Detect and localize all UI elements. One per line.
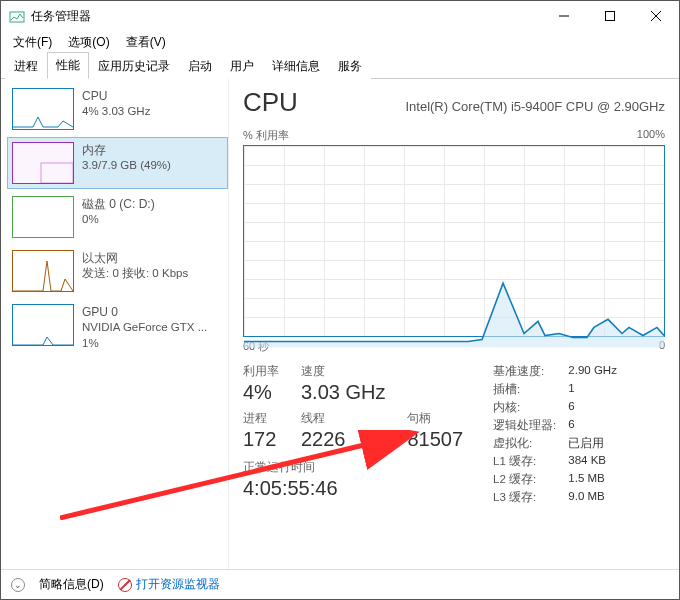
virtualization-value: 已启用 <box>568 436 617 451</box>
sidebar-item-cpu[interactable]: CPU4% 3.03 GHz <box>7 83 228 135</box>
sidebar-eth-sub: 发送: 0 接收: 0 Kbps <box>82 266 188 282</box>
tab-performance[interactable]: 性能 <box>47 52 89 79</box>
handles-label: 句柄 <box>407 411 463 426</box>
processes-label: 进程 <box>243 411 279 426</box>
base-speed-label: 基准速度: <box>493 364 556 379</box>
tab-services[interactable]: 服务 <box>329 53 371 79</box>
cpu-thumb-icon <box>12 88 74 130</box>
resource-monitor-icon <box>118 578 132 592</box>
tab-users[interactable]: 用户 <box>221 53 263 79</box>
speed-label: 速度 <box>301 364 385 379</box>
menu-file[interactable]: 文件(F) <box>5 32 60 53</box>
minimize-button[interactable] <box>541 1 587 31</box>
cores-value: 6 <box>568 400 617 415</box>
chart-label-top-right: 100% <box>637 128 665 143</box>
sidebar-mem-sub: 3.9/7.9 GB (49%) <box>82 158 171 174</box>
l3-cache-label: L3 缓存: <box>493 490 556 505</box>
logical-processors-label: 逻辑处理器: <box>493 418 556 433</box>
sidebar-gpu-sub1: NVIDIA GeForce GTX ... <box>82 320 207 336</box>
tab-app-history[interactable]: 应用历史记录 <box>89 53 179 79</box>
sidebar-item-gpu[interactable]: GPU 0NVIDIA GeForce GTX ...1% <box>7 299 228 356</box>
svg-rect-6 <box>13 143 73 183</box>
uptime-value: 4:05:55:46 <box>243 475 463 501</box>
l2-cache-value: 1.5 MB <box>568 472 617 487</box>
sidebar-gpu-sub2: 1% <box>82 336 207 352</box>
l2-cache-label: L2 缓存: <box>493 472 556 487</box>
util-value: 4% <box>243 379 279 405</box>
close-button[interactable] <box>633 1 679 31</box>
ethernet-thumb-icon <box>12 250 74 292</box>
memory-thumb-icon <box>12 142 74 184</box>
sockets-label: 插槽: <box>493 382 556 397</box>
chart-label-top-left: % 利用率 <box>243 128 289 143</box>
base-speed-value: 2.90 GHz <box>568 364 617 379</box>
cpu-utilization-chart <box>243 145 665 337</box>
sockets-value: 1 <box>568 382 617 397</box>
svg-rect-2 <box>606 12 615 21</box>
sidebar: CPU4% 3.03 GHz 内存3.9/7.9 GB (49%) 磁盘 0 (… <box>1 79 229 569</box>
l3-cache-value: 9.0 MB <box>568 490 617 505</box>
chevron-down-icon[interactable]: ⌄ <box>11 578 25 592</box>
logical-processors-value: 6 <box>568 418 617 433</box>
speed-value: 3.03 GHz <box>301 379 385 405</box>
sidebar-mem-title: 内存 <box>82 142 171 158</box>
cpu-heading: CPU <box>243 87 298 118</box>
cpu-model: Intel(R) Core(TM) i5-9400F CPU @ 2.90GHz <box>312 99 665 114</box>
sidebar-disk-sub: 0% <box>82 212 155 228</box>
handles-value: 81507 <box>407 426 463 452</box>
sidebar-cpu-title: CPU <box>82 88 150 104</box>
resource-monitor-label: 打开资源监视器 <box>136 576 220 593</box>
sidebar-item-disk[interactable]: 磁盘 0 (C: D:)0% <box>7 191 228 243</box>
l1-cache-value: 384 KB <box>568 454 617 469</box>
tab-startup[interactable]: 启动 <box>179 53 221 79</box>
menu-options[interactable]: 选项(O) <box>60 32 117 53</box>
cores-label: 内核: <box>493 400 556 415</box>
tab-processes[interactable]: 进程 <box>5 53 47 79</box>
sidebar-gpu-title: GPU 0 <box>82 304 207 320</box>
window-title: 任务管理器 <box>31 8 91 25</box>
threads-value: 2226 <box>301 426 385 452</box>
tab-details[interactable]: 详细信息 <box>263 53 329 79</box>
processes-value: 172 <box>243 426 279 452</box>
sidebar-cpu-sub: 4% 3.03 GHz <box>82 104 150 120</box>
l1-cache-label: L1 缓存: <box>493 454 556 469</box>
threads-label: 线程 <box>301 411 385 426</box>
menu-view[interactable]: 查看(V) <box>118 32 174 53</box>
fewer-details-link[interactable]: 简略信息(D) <box>39 576 104 593</box>
sidebar-disk-title: 磁盘 0 (C: D:) <box>82 196 155 212</box>
uptime-label: 正常运行时间 <box>243 460 463 475</box>
util-label: 利用率 <box>243 364 279 379</box>
open-resource-monitor-link[interactable]: 打开资源监视器 <box>118 576 220 593</box>
app-icon <box>9 8 25 24</box>
virtualization-label: 虚拟化: <box>493 436 556 451</box>
sidebar-item-ethernet[interactable]: 以太网发送: 0 接收: 0 Kbps <box>7 245 228 297</box>
sidebar-item-memory[interactable]: 内存3.9/7.9 GB (49%) <box>7 137 228 189</box>
gpu-thumb-icon <box>12 304 74 346</box>
disk-thumb-icon <box>12 196 74 238</box>
maximize-button[interactable] <box>587 1 633 31</box>
sidebar-eth-title: 以太网 <box>82 250 188 266</box>
